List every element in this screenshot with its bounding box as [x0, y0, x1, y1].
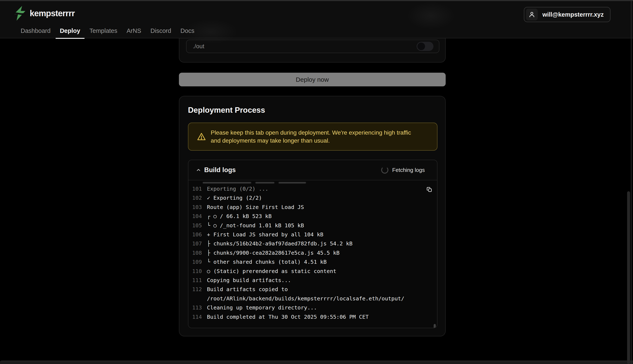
main-nav: Dashboard Deploy Templates ArNS Discord …	[16, 23, 198, 38]
deployment-warning-text: Please keep this tab open during deploym…	[211, 129, 422, 145]
nav-item-discord[interactable]: Discord	[146, 23, 175, 38]
clipped-log-line	[203, 182, 437, 184]
log-line: 106 + First Load JS shared by all 104 kB	[188, 230, 437, 239]
copy-logs-button[interactable]	[426, 186, 433, 194]
log-line: 108 ├ chunks/9900-cea282a28617e5ca.js 45…	[188, 248, 437, 258]
brand-logo[interactable]: kempsterrrr	[13, 6, 75, 21]
window-top-edge	[0, 0, 633, 1]
lightning-bolt-icon	[13, 6, 26, 21]
logs-status: Fetching logs	[381, 166, 425, 174]
output-dir-toggle[interactable]	[416, 42, 434, 51]
log-line: 101 Exporting (0/2) ...	[188, 184, 437, 194]
output-directory-field[interactable]: ./out	[186, 40, 439, 53]
deployment-warning-banner: Please keep this tab open during deploym…	[188, 122, 438, 150]
spinner-icon	[381, 166, 388, 174]
log-line: 103 Route (app) Size First Load JS	[188, 203, 437, 212]
user-icon	[526, 9, 538, 20]
account-email: will@kempsterrrr.xyz	[542, 11, 604, 18]
log-line: 110 ○ (Static) prerendered as static con…	[188, 267, 437, 276]
nav-item-docs[interactable]: Docs	[176, 23, 198, 38]
deployment-process-card: Deployment Process Please keep this tab …	[179, 96, 446, 336]
logs-status-text: Fetching logs	[392, 167, 425, 173]
deployment-process-title: Deployment Process	[188, 106, 265, 114]
log-line: 107 ├ chunks/516b24b2-a9af97daed782fdb.j…	[188, 239, 437, 248]
warning-triangle-icon	[197, 132, 206, 141]
build-logs-header[interactable]: Build logs Fetching logs	[188, 160, 437, 180]
output-directory-value: ./out	[193, 43, 204, 50]
toggle-knob	[418, 42, 425, 50]
app-header: kempsterrrr Dashboard Deploy Templates A…	[0, 0, 633, 38]
build-logs-title: Build logs	[204, 166, 236, 174]
nav-item-deploy[interactable]: Deploy	[56, 23, 84, 38]
log-line: 104 ┌ ○ / 66.1 kB 523 kB	[188, 212, 437, 221]
deploy-now-button[interactable]: Deploy now	[179, 73, 446, 86]
page-scrollbar-thumb[interactable]	[627, 191, 630, 364]
build-logs-output[interactable]: 101 Exporting (0/2) ... 102 ✓ Exporting …	[188, 180, 437, 328]
chevron-up-icon	[196, 167, 201, 173]
log-line: 105 └ ○ /_not-found 1.01 kB 105 kB	[188, 221, 437, 230]
logs-scrollbar-thumb[interactable]	[434, 324, 436, 328]
build-logs-panel: Build logs Fetching logs 101 Exporting (…	[188, 160, 438, 328]
account-button[interactable]: will@kempsterrrr.xyz	[524, 7, 610, 22]
log-line: 102 ✓ Exporting (2/2)	[188, 194, 437, 202]
nav-item-templates[interactable]: Templates	[85, 23, 122, 38]
brand-name: kempsterrrr	[30, 9, 75, 18]
deploy-now-label: Deploy now	[296, 76, 329, 83]
log-line: 113 Cleaning up temporary directory...	[188, 303, 437, 312]
nav-item-dashboard[interactable]: Dashboard	[16, 23, 55, 38]
bottom-panel-edge	[0, 361, 633, 364]
copy-icon	[426, 186, 432, 193]
nav-item-arns[interactable]: ArNS	[122, 23, 146, 38]
log-line: 112 Build artifacts copied to /root/ARli…	[188, 285, 437, 303]
header-glow	[407, 2, 455, 30]
window-right-edge	[631, 0, 632, 364]
log-line: 109 └ other shared chunks (total) 4.51 k…	[188, 258, 437, 266]
log-line: 114 Build completed at Thu 30 Oct 2025 0…	[188, 312, 437, 322]
log-line: 111 Copying build artifacts...	[188, 276, 437, 285]
